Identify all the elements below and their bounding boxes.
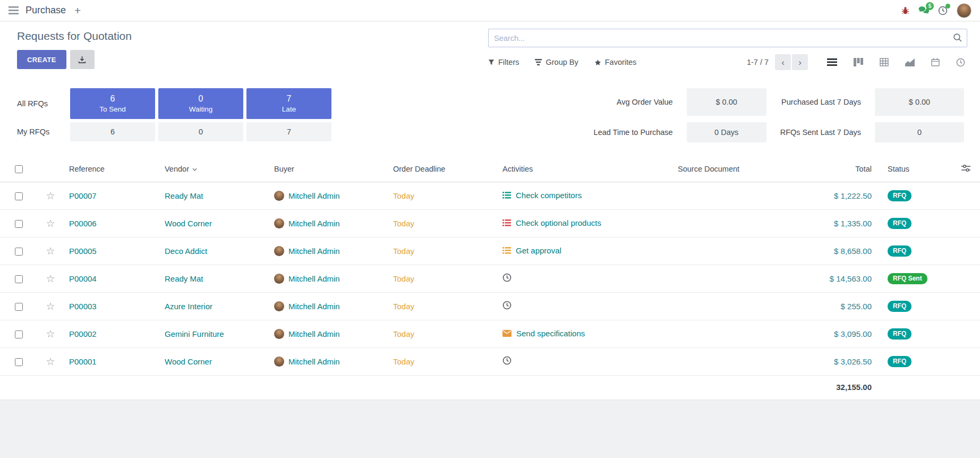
- group-by-button[interactable]: Group By: [535, 58, 578, 66]
- reference-link[interactable]: P00002: [69, 329, 97, 338]
- pager-next-icon[interactable]: ›: [792, 54, 808, 70]
- view-activity-icon[interactable]: [956, 58, 965, 67]
- row-checkbox[interactable]: [15, 303, 23, 311]
- header-buyer[interactable]: Buyer: [269, 156, 388, 182]
- filters-button[interactable]: Filters: [488, 58, 519, 66]
- total-amount: $ 1,335.00: [834, 219, 872, 228]
- my-waiting-card[interactable]: 0: [158, 122, 243, 141]
- table-row[interactable]: ☆ P00003 Azure Interior Mitchell Admin T…: [0, 292, 980, 320]
- table-row[interactable]: ☆ P00007 Ready Mat Mitchell Admin Today …: [0, 182, 980, 209]
- user-avatar[interactable]: [957, 3, 972, 18]
- reference-link[interactable]: P00004: [69, 274, 97, 283]
- favorite-star-icon[interactable]: ☆: [46, 273, 55, 284]
- buyer-avatar: [274, 274, 284, 284]
- rfqs-sent-last-7-days: 0: [875, 122, 964, 142]
- my-to-send-card[interactable]: 6: [70, 122, 155, 141]
- buyer-name[interactable]: Mitchell Admin: [288, 191, 340, 200]
- favorite-star-icon[interactable]: ☆: [46, 356, 55, 367]
- vendor-link[interactable]: Ready Mat: [165, 191, 203, 200]
- header-vendor[interactable]: Vendor: [159, 156, 269, 182]
- late-label: Late: [282, 105, 296, 113]
- buyer-name[interactable]: Mitchell Admin: [288, 357, 340, 366]
- favorites-button[interactable]: Favorites: [594, 58, 637, 66]
- activity-button[interactable]: Get approval: [502, 246, 561, 255]
- sort-caret-icon: [192, 168, 197, 171]
- order-deadline: Today: [393, 274, 414, 283]
- row-checkbox[interactable]: [15, 248, 23, 256]
- pager-previous-icon[interactable]: ‹: [775, 54, 791, 70]
- search-input[interactable]: [488, 29, 967, 47]
- export-button[interactable]: [70, 50, 95, 69]
- buyer-name[interactable]: Mitchell Admin: [288, 274, 340, 283]
- row-checkbox[interactable]: [15, 275, 23, 283]
- view-list-icon[interactable]: [827, 58, 837, 66]
- apps-menu-icon[interactable]: [8, 6, 19, 14]
- favorite-star-icon[interactable]: ☆: [46, 328, 55, 340]
- bug-icon[interactable]: [901, 6, 909, 15]
- buyer-name[interactable]: Mitchell Admin: [288, 247, 340, 256]
- row-checkbox[interactable]: [15, 358, 23, 366]
- reference-link[interactable]: P00003: [69, 302, 97, 311]
- view-kanban-icon[interactable]: [854, 58, 863, 66]
- vendor-link[interactable]: Gemini Furniture: [165, 329, 224, 338]
- activity-button[interactable]: Send specifications: [502, 329, 585, 338]
- activity-button[interactable]: [502, 273, 516, 282]
- favorite-star-icon[interactable]: ☆: [46, 218, 55, 229]
- plus-icon[interactable]: +: [74, 5, 81, 16]
- lead-time-label: Lead Time to Purchase: [594, 128, 673, 137]
- vendor-link[interactable]: Azure Interior: [165, 302, 212, 311]
- avg-order-value: $ 0.00: [687, 88, 766, 116]
- card-to-send[interactable]: 6 To Send: [70, 88, 155, 119]
- buyer-name[interactable]: Mitchell Admin: [288, 219, 340, 228]
- table-row[interactable]: ☆ P00006 Wood Corner Mitchell Admin Toda…: [0, 209, 980, 237]
- row-checkbox[interactable]: [15, 192, 23, 200]
- reference-link[interactable]: P00005: [69, 247, 97, 256]
- favorite-star-icon[interactable]: ☆: [46, 190, 55, 201]
- status-badge: RFQ: [888, 356, 911, 367]
- search-icon[interactable]: [953, 33, 962, 45]
- card-late[interactable]: 7 Late: [246, 88, 331, 119]
- row-checkbox[interactable]: [15, 220, 23, 228]
- view-pivot-icon[interactable]: [880, 58, 889, 66]
- activity-button[interactable]: [502, 301, 516, 310]
- buyer-name[interactable]: Mitchell Admin: [288, 302, 340, 311]
- activity-button[interactable]: [502, 356, 516, 365]
- vendor-link[interactable]: Ready Mat: [165, 274, 203, 283]
- favorite-star-icon[interactable]: ☆: [46, 245, 55, 257]
- activity-button[interactable]: Check competitors: [502, 191, 582, 200]
- group-by-label: Group By: [546, 58, 578, 66]
- select-all-checkbox[interactable]: [15, 165, 23, 173]
- reference-link[interactable]: P00007: [69, 191, 97, 200]
- row-checkbox[interactable]: [15, 330, 23, 338]
- reference-link[interactable]: P00001: [69, 357, 97, 366]
- column-settings-icon[interactable]: [951, 156, 980, 182]
- vendor-link[interactable]: Deco Addict: [165, 247, 207, 256]
- vendor-link[interactable]: Wood Corner: [165, 357, 212, 366]
- create-button[interactable]: CREATE: [17, 50, 66, 69]
- card-waiting[interactable]: 0 Waiting: [158, 88, 243, 119]
- view-calendar-icon[interactable]: [931, 58, 940, 66]
- header-status[interactable]: Status: [882, 156, 951, 182]
- header-reference[interactable]: Reference: [64, 156, 159, 182]
- purchase-app-page: Purchase + 5 Requests for Quotation CREA…: [0, 0, 980, 458]
- vendor-link[interactable]: Wood Corner: [165, 219, 212, 228]
- my-late-card[interactable]: 7: [246, 122, 331, 141]
- view-graph-icon[interactable]: [905, 58, 915, 66]
- messages-icon[interactable]: 5: [918, 6, 929, 15]
- group-by-icon: [535, 59, 542, 65]
- header-source-document[interactable]: Source Document: [672, 156, 805, 182]
- activity-button[interactable]: Check optional products: [502, 218, 601, 227]
- table-row[interactable]: ☆ P00004 Ready Mat Mitchell Admin Today …: [0, 265, 980, 292]
- table-row[interactable]: ☆ P00001 Wood Corner Mitchell Admin Toda…: [0, 347, 980, 375]
- header-order-deadline[interactable]: Order Deadline: [388, 156, 497, 182]
- activity-clock-icon[interactable]: [938, 6, 948, 15]
- favorite-star-icon[interactable]: ☆: [46, 301, 55, 312]
- table-row[interactable]: ☆ P00002 Gemini Furniture Mitchell Admin…: [0, 320, 980, 347]
- table-row[interactable]: ☆ P00005 Deco Addict Mitchell Admin Toda…: [0, 237, 980, 265]
- buyer-name[interactable]: Mitchell Admin: [288, 329, 340, 338]
- envelope-icon: [502, 330, 512, 337]
- header-activities[interactable]: Activities: [497, 156, 672, 182]
- app-name[interactable]: Purchase: [25, 5, 66, 16]
- reference-link[interactable]: P00006: [69, 219, 97, 228]
- header-total[interactable]: Total: [805, 156, 882, 182]
